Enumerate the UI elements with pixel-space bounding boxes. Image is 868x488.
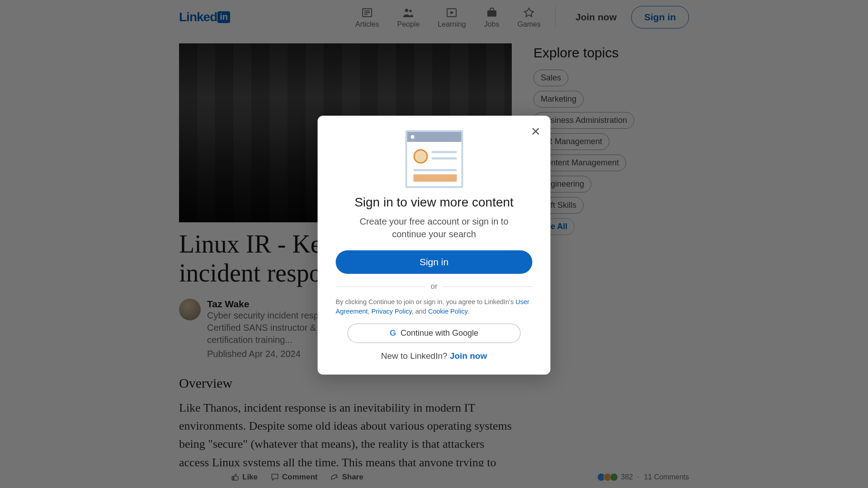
google-icon: G — [390, 328, 396, 338]
cookie-policy-link[interactable]: Cookie Policy — [428, 308, 467, 315]
continue-with-google-button[interactable]: G Continue with Google — [348, 324, 521, 343]
modal-subtitle: Create your free account or sign in to c… — [336, 215, 533, 240]
privacy-policy-link[interactable]: Privacy Policy — [372, 308, 412, 315]
signin-modal: ✕ Sign in to view more content Create yo… — [318, 116, 551, 375]
google-btn-label: Continue with Google — [401, 328, 478, 338]
join-now-link-modal[interactable]: Join now — [450, 351, 487, 361]
close-icon[interactable]: ✕ — [531, 126, 541, 137]
legal-prefix: By clicking Continue to join or sign in,… — [336, 298, 516, 305]
modal-signin-button[interactable]: Sign in — [336, 250, 533, 274]
legal-text: By clicking Continue to join or sign in,… — [336, 297, 533, 316]
modal-title: Sign in to view more content — [336, 195, 533, 210]
new-to-linkedin: New to LinkedIn? Join now — [336, 351, 533, 361]
profile-card-illustration — [405, 130, 463, 188]
or-label: or — [430, 282, 437, 291]
or-separator: or — [336, 282, 533, 291]
